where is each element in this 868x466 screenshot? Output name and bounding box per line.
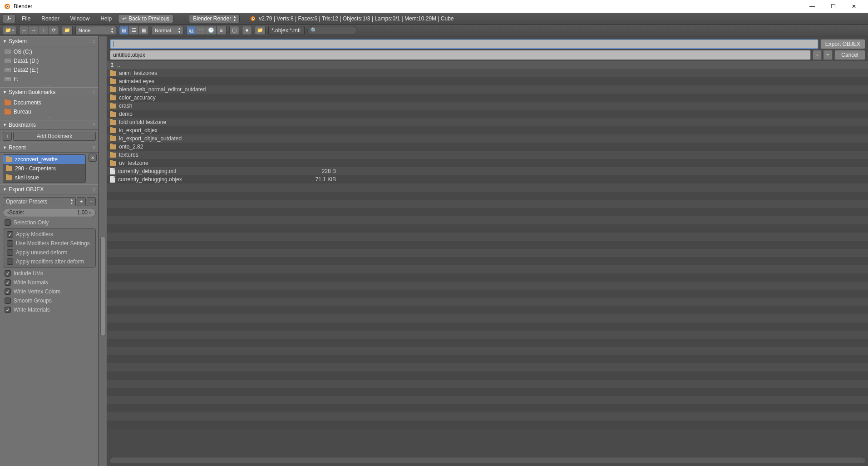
nav-refresh-button[interactable]: ⟳ bbox=[49, 26, 59, 35]
nav-back-button[interactable]: ← bbox=[19, 26, 29, 35]
recent-locations-select[interactable]: None ▴▾ bbox=[75, 26, 116, 35]
directory-row[interactable]: fold unfold testzone bbox=[107, 118, 868, 126]
scale-field[interactable]: ◂ Scale: 1.00 ▸ bbox=[3, 208, 96, 217]
export-objex-button[interactable]: Export OBJEX bbox=[820, 39, 865, 49]
recent-label: 290 - Carpenters bbox=[15, 165, 56, 172]
window-close-button[interactable]: ✕ bbox=[843, 0, 864, 13]
filter-toggle[interactable]: ▼ bbox=[242, 26, 252, 35]
directory-row[interactable]: animated eyes bbox=[107, 77, 868, 85]
directory-row[interactable]: uv_testzone bbox=[107, 159, 868, 167]
menu-help[interactable]: Help bbox=[96, 15, 116, 23]
directory-row[interactable]: io_export_objex bbox=[107, 126, 868, 134]
directory-row[interactable]: anim_testzones bbox=[107, 69, 868, 77]
panel-header-system-bookmarks[interactable]: ▼ System Bookmarks ⠿ bbox=[0, 87, 99, 97]
display-long-list-button[interactable]: ☰ bbox=[129, 26, 139, 35]
add-bookmark-label: Add Bookmark bbox=[37, 133, 73, 139]
write-normals-checkbox[interactable]: Write Normals bbox=[1, 278, 98, 287]
new-directory-button[interactable]: 📁 bbox=[62, 26, 73, 35]
show-hidden-toggle[interactable]: ▢ bbox=[229, 26, 239, 35]
directory-row[interactable]: demo bbox=[107, 110, 868, 118]
empty-row bbox=[107, 372, 868, 380]
drive-item[interactable]: Data2 (E:) bbox=[2, 65, 97, 74]
preset-add-button[interactable]: + bbox=[77, 197, 86, 206]
write-vertex-colors-checkbox[interactable]: Write Vertex Colors bbox=[1, 287, 98, 296]
file-row[interactable]: currently_debugging.mtl228 B bbox=[107, 167, 868, 175]
recent-item[interactable]: zzconvert_rewrite bbox=[3, 155, 85, 164]
panel-header-bookmarks[interactable]: ▼ Bookmarks ⠿ bbox=[0, 120, 99, 130]
scrollbar-thumb[interactable] bbox=[100, 236, 105, 336]
apply-unused-deform-checkbox[interactable]: Apply unused deform bbox=[3, 248, 95, 257]
directory-row[interactable]: blend4web_normal_editor_outdated bbox=[107, 85, 868, 94]
render-engine-select[interactable]: Blender Render ▴▾ bbox=[189, 14, 240, 23]
recent-item[interactable]: 290 - Carpenters bbox=[3, 164, 85, 173]
folder-icon bbox=[110, 153, 116, 158]
filelist-h-scrollbar[interactable] bbox=[110, 457, 865, 463]
apply-modifiers-checkbox[interactable]: Apply Modifiers bbox=[3, 230, 95, 239]
use-modifiers-render-settings-checkbox[interactable]: Use Modifiers Render Settings bbox=[3, 239, 95, 248]
list-resize-handle[interactable]: — bbox=[2, 116, 97, 119]
sidebar-scrollbar[interactable] bbox=[99, 36, 107, 466]
cancel-button[interactable]: Cancel bbox=[834, 50, 865, 60]
folder-icon bbox=[110, 144, 116, 149]
sort-alpha-button[interactable]: a͢z bbox=[186, 26, 196, 35]
modifiers-group: Apply Modifiers Use Modifiers Render Set… bbox=[3, 228, 96, 268]
back-to-previous-button[interactable]: ↩ Back to Previous bbox=[118, 14, 173, 23]
directory-row[interactable]: crash bbox=[107, 102, 868, 110]
bookmark-item[interactable]: Documents bbox=[2, 98, 97, 107]
display-thumbnails-button[interactable]: ▦ bbox=[139, 26, 149, 35]
add-bookmark-button[interactable]: Add Bookmark bbox=[13, 132, 96, 141]
directory-row[interactable]: io_export_objex_outdated bbox=[107, 134, 868, 143]
empty-row bbox=[107, 347, 868, 355]
add-bookmark-plus-button[interactable]: + bbox=[3, 132, 12, 141]
filename-decrement-button[interactable]: − bbox=[813, 50, 822, 60]
sort-time-button[interactable]: 🕐 bbox=[206, 26, 217, 35]
panel-header-export-objex[interactable]: ▼ Export OBJEX ⠿ bbox=[0, 184, 99, 194]
panel-title-system: System bbox=[9, 38, 27, 45]
operator-presets-select[interactable]: Operator Presets▴▾ bbox=[3, 197, 76, 206]
filter-folder-button[interactable]: 📁 bbox=[255, 26, 266, 35]
file-row[interactable]: currently_debugging.objex71.1 KiB bbox=[107, 175, 868, 183]
menu-file[interactable]: File bbox=[17, 15, 35, 23]
nav-up-button[interactable]: ↑ bbox=[39, 26, 49, 35]
include-uvs-checkbox[interactable]: Include UVs bbox=[1, 269, 98, 278]
list-resize-handle[interactable]: — bbox=[2, 84, 97, 86]
directory-row[interactable]: color_accuracy bbox=[107, 94, 868, 102]
display-short-list-button[interactable]: ▤ bbox=[119, 26, 129, 35]
filter-glob-field[interactable]: *.objex;*.mtl bbox=[268, 26, 305, 35]
directory-path-input[interactable] bbox=[110, 39, 819, 49]
write-materials-checkbox[interactable]: Write Materials bbox=[1, 305, 98, 314]
info-editor-icon[interactable]: i ▾ bbox=[3, 14, 15, 23]
preset-remove-button[interactable]: − bbox=[87, 197, 96, 206]
panel-header-recent[interactable]: ▼ Recent ⠿ bbox=[0, 143, 99, 153]
menu-render[interactable]: Render bbox=[37, 15, 64, 23]
window-minimize-button[interactable]: — bbox=[802, 0, 823, 13]
menu-window[interactable]: Window bbox=[66, 15, 94, 23]
empty-row bbox=[107, 183, 868, 192]
selection-only-checkbox[interactable]: Selection Only bbox=[1, 218, 98, 227]
filename-input[interactable]: untitled.objex bbox=[110, 50, 811, 60]
search-field[interactable]: 🔍 bbox=[307, 26, 357, 35]
filename-increment-button[interactable]: + bbox=[824, 50, 833, 60]
nav-forward-button[interactable]: → bbox=[29, 26, 39, 35]
panel-header-system[interactable]: ▼ System ⠿ bbox=[0, 36, 99, 46]
filebrowser-editor-icon[interactable]: 📁▾ bbox=[3, 26, 16, 35]
folder-icon bbox=[110, 112, 116, 117]
directory-row[interactable]: textures bbox=[107, 151, 868, 159]
recent-remove-button[interactable]: ✕ bbox=[89, 154, 97, 162]
drive-item[interactable]: Data1 (D:) bbox=[2, 56, 97, 65]
empty-row bbox=[107, 363, 868, 372]
drive-item[interactable]: OS (C:) bbox=[2, 47, 97, 56]
sort-extension-button[interactable]: ⋯ bbox=[196, 26, 206, 35]
display-size-select[interactable]: Normal ▴▾ bbox=[152, 26, 183, 35]
parent-directory-row[interactable]: ↥.. bbox=[107, 61, 868, 69]
recent-item[interactable]: skel issue bbox=[3, 173, 85, 182]
sort-size-button[interactable]: ≡ bbox=[217, 26, 227, 35]
file-icon bbox=[110, 176, 115, 183]
empty-row bbox=[107, 355, 868, 363]
directory-row[interactable]: onto_2.82 bbox=[107, 143, 868, 151]
apply-modifiers-after-deform-checkbox[interactable]: Apply modifiers after deform bbox=[3, 257, 95, 266]
folder-icon bbox=[110, 120, 116, 125]
window-maximize-button[interactable]: ☐ bbox=[823, 0, 843, 13]
smooth-groups-checkbox[interactable]: Smooth Groups bbox=[1, 296, 98, 305]
folder-icon bbox=[110, 79, 116, 84]
